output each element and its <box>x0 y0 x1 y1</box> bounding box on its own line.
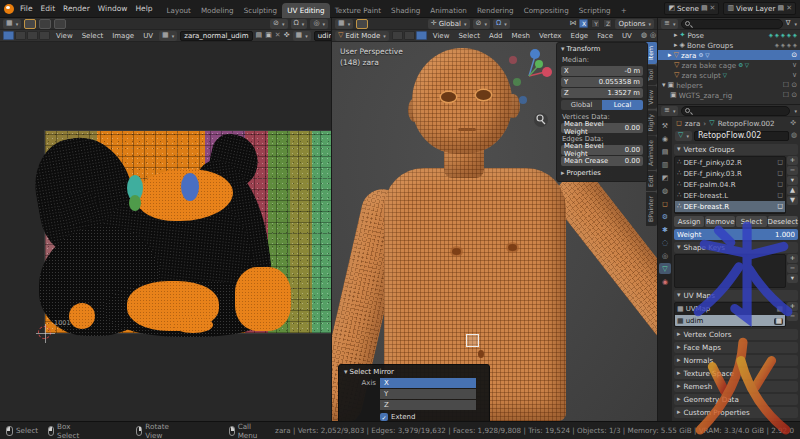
active-render-icon[interactable]: ▦ <box>776 306 783 313</box>
properties-tab-modifiers-icon[interactable]: ⚙ <box>659 211 671 222</box>
image-browse-dropdown[interactable]: ▦▾ <box>159 31 177 41</box>
visibility-eye-icon[interactable]: ⊙ <box>791 52 797 59</box>
expand-icon[interactable]: ▾ <box>662 82 666 89</box>
image-unlink-icon[interactable]: ✕ <box>275 32 281 39</box>
collection-checkbox[interactable]: ☐ <box>783 92 789 99</box>
pin-id-icon[interactable]: ✜ <box>790 120 796 127</box>
custom-properties-panel-header[interactable]: ▸Custom Properties <box>674 407 798 418</box>
view-layer-selector[interactable]: ▥ View Layer ▤ ✕ <box>723 2 796 15</box>
move-group-up-button[interactable]: ▲ <box>787 186 798 195</box>
select-mode-edge[interactable] <box>404 31 415 40</box>
transform-panel-title[interactable]: Transform <box>567 45 601 53</box>
menu-help[interactable]: Help <box>131 3 156 14</box>
uv-active-tool-tweak[interactable] <box>24 19 36 29</box>
vp-menu-edge[interactable]: Edge <box>568 32 592 40</box>
uv-menu-image[interactable]: Image <box>109 32 137 40</box>
menu-edit[interactable]: Edit <box>37 3 60 14</box>
new-scene-icon[interactable]: ▤ <box>701 5 708 12</box>
snap-dropdown[interactable]: Ω▾ <box>493 19 510 29</box>
normals-panel-header[interactable]: ▸Normals <box>674 355 798 366</box>
mesh-name-field[interactable]: RetopoFlow.002 <box>694 131 789 141</box>
outliner-item-zara[interactable]: ▸ ▽ zara ⚙ ▽ ⊙ <box>658 50 800 60</box>
remove-uv-map-button[interactable]: − <box>787 312 798 321</box>
remove-button[interactable]: Remove <box>705 216 735 227</box>
fake-user-icon[interactable]: ◍ <box>791 132 797 139</box>
properties-tab-particles-icon[interactable]: ✱ <box>659 224 671 235</box>
vp-menu-uv[interactable]: UV <box>619 32 635 40</box>
lock-icon[interactable]: ◻ <box>777 159 783 166</box>
uv-mode-face[interactable] <box>27 31 38 40</box>
uv-proportional-dropdown[interactable]: ◎▾ <box>310 19 328 29</box>
uv-menu-uv[interactable]: UV <box>140 32 156 40</box>
sidebar-tab-bpainter[interactable]: BPainter <box>646 192 657 226</box>
axis-z-option[interactable]: Z <box>380 400 476 410</box>
uv-tool-toggle-1[interactable] <box>39 19 51 29</box>
uv-editor-type-dropdown[interactable]: ▦▾ <box>3 19 21 29</box>
add-uv-map-button[interactable]: + <box>787 302 798 311</box>
properties-tab-tool-icon[interactable]: ⚒ <box>659 120 671 131</box>
assign-button[interactable]: Assign <box>674 216 704 227</box>
uv-menu-select[interactable]: Select <box>79 32 107 40</box>
vertex-group-row[interactable]: ∴DEF-breast.L◻ <box>675 190 785 201</box>
properties-search-input[interactable] <box>681 106 790 116</box>
breadcrumb-object[interactable]: zara <box>685 119 701 128</box>
vp-menu-face[interactable]: Face <box>594 32 616 40</box>
outliner-item-zara-sculpt[interactable]: ▽ zara sculpt ▽ ∨ <box>658 70 800 80</box>
vertex-group-row-active[interactable]: ∴DEF-breast.R◻ <box>675 201 785 212</box>
select-button[interactable]: Select <box>736 216 766 227</box>
properties-tab-material-icon[interactable]: ◉ <box>659 276 671 287</box>
image-name-field[interactable]: zara_normal_udim <box>180 31 252 41</box>
outliner-search-input[interactable] <box>681 19 782 29</box>
global-button[interactable]: Global <box>561 100 602 110</box>
remove-view-layer-icon[interactable]: ✕ <box>786 5 792 12</box>
orientation-dropdown[interactable]: ✛Global▾ <box>428 19 470 29</box>
vp-menu-mesh[interactable]: Mesh <box>509 32 533 40</box>
median-x-field[interactable]: X-0 m <box>561 66 643 76</box>
uv-maps-panel-header[interactable]: ▾ UV Maps <box>674 290 798 301</box>
uv-map-dropdown[interactable]: ▦▾ <box>293 31 311 41</box>
uv-map-field[interactable]: udim <box>314 31 331 41</box>
lock-icon[interactable]: ◻ <box>777 170 783 177</box>
expand-icon[interactable]: ▸ <box>674 42 678 49</box>
properties-tab-constraints-icon[interactable]: ◎ <box>659 250 671 261</box>
uv-mode-island[interactable] <box>39 31 50 40</box>
workspace-tab-layout[interactable]: Layout <box>161 3 195 18</box>
uv-tool-toggle-2[interactable] <box>54 19 66 29</box>
workspace-tab-uv-editing[interactable]: UV Editing <box>282 3 330 18</box>
uv-2d-cursor[interactable] <box>38 326 51 339</box>
vertex-group-row[interactable]: ∴DEF-palm.04.R◻ <box>675 179 785 190</box>
vp-menu-view[interactable]: View <box>430 32 453 40</box>
collection-checkbox[interactable]: ☐ <box>783 82 789 89</box>
uv-mode-edge[interactable] <box>15 31 26 40</box>
vp-menu-vertex[interactable]: Vertex <box>536 32 565 40</box>
properties-tab-scene-icon[interactable]: ◩ <box>659 172 671 183</box>
workspace-tab-modeling[interactable]: Modeling <box>196 3 239 18</box>
remove-shape-key-button[interactable]: − <box>787 264 798 273</box>
uv-canvas[interactable]: 1001 <box>0 42 331 421</box>
gizmos-icon[interactable]: ◎ <box>650 32 656 39</box>
add-shape-key-button[interactable]: + <box>787 254 798 263</box>
blender-logo-icon[interactable] <box>4 4 14 14</box>
shape-keys-panel-header[interactable]: ▾ Shape Keys <box>674 242 798 253</box>
workspace-tab-scripting[interactable]: Scripting <box>574 3 616 18</box>
menu-render[interactable]: Render <box>59 3 94 14</box>
axis-y-option[interactable]: Y <box>380 389 476 399</box>
active-render-icon[interactable]: ▦ <box>774 318 783 325</box>
select-mode-face[interactable] <box>416 31 427 40</box>
properties-tab-view-layer-icon[interactable]: ▥ <box>659 159 671 170</box>
uv-snap-dropdown[interactable]: Ω▾ <box>291 19 308 29</box>
transform-collapse-icon[interactable]: ▾ <box>561 46 565 53</box>
workspace-tab-compositing[interactable]: Compositing <box>519 3 574 18</box>
menu-file[interactable]: File <box>16 3 37 14</box>
outliner-item-pose[interactable]: ▸ ✦ Pose ◈ ◈ ◈ ◈ ◈ <box>658 30 800 40</box>
visibility-eye-icon[interactable]: ⊙ <box>791 82 797 89</box>
remesh-panel-header[interactable]: ▸Remesh <box>674 381 798 392</box>
vertex-group-row[interactable]: ∴DEF-f_pinky.02.R◻ <box>675 157 785 168</box>
workspace-tab-texture-paint[interactable]: Texture Paint <box>330 3 386 18</box>
workspace-tab-animation[interactable]: Animation <box>425 3 472 18</box>
properties-tab-render-icon[interactable]: ◉ <box>659 133 671 144</box>
median-z-field[interactable]: Z1.3527 m <box>561 88 643 98</box>
workspace-tab-sculpting[interactable]: Sculpting <box>239 3 283 18</box>
select-mode-vertex[interactable] <box>392 31 403 40</box>
image-pin-icon[interactable]: ✜ <box>284 32 290 39</box>
